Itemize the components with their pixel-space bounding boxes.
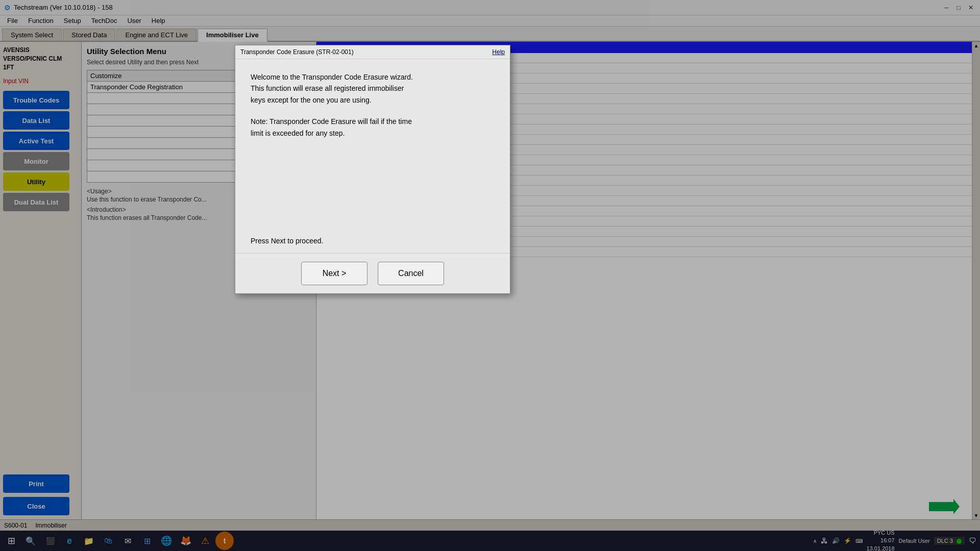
modal-title: Transponder Code Erasure (STR-02-001) (240, 48, 354, 56)
modal-press-next-text: Press Next to proceed. (251, 237, 495, 245)
modal-next-button[interactable]: Next > (301, 262, 368, 285)
modal-help-link[interactable]: Help (492, 48, 505, 56)
modal-titlebar: Transponder Code Erasure (STR-02-001) He… (235, 45, 510, 59)
modal-note-text: Note: Transponder Code Erasure will fail… (251, 116, 495, 139)
modal-footer: Next > Cancel (235, 253, 510, 293)
modal-cancel-button[interactable]: Cancel (378, 262, 444, 285)
modal-welcome-text: Welcome to the Transponder Code Erasure … (251, 71, 495, 106)
modal-overlay: Transponder Code Erasure (STR-02-001) He… (0, 0, 980, 551)
modal-body: Welcome to the Transponder Code Erasure … (235, 59, 510, 253)
modal-dialog: Transponder Code Erasure (STR-02-001) He… (235, 45, 510, 294)
